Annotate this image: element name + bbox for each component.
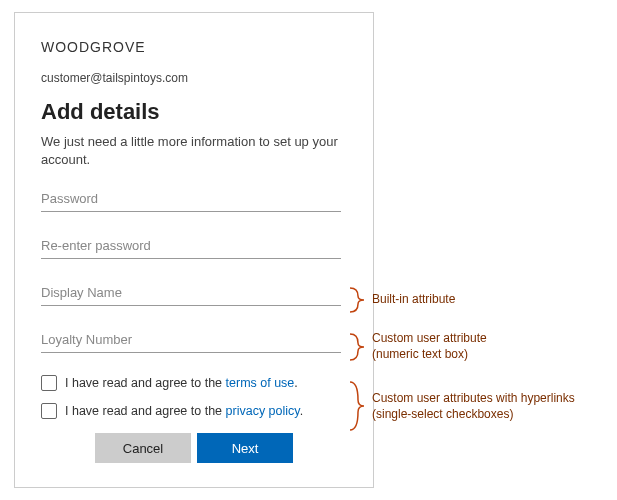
privacy-check-row: I have read and agree to the privacy pol… — [41, 403, 347, 419]
displayname-input[interactable] — [41, 281, 341, 306]
terms-link[interactable]: terms of use — [226, 376, 295, 390]
terms-checkbox[interactable] — [41, 375, 57, 391]
terms-prefix: I have read and agree to the — [65, 376, 226, 390]
cancel-button[interactable]: Cancel — [95, 433, 191, 463]
callout-custom-numeric: Custom user attribute (numeric text box) — [372, 330, 487, 362]
repassword-input[interactable] — [41, 234, 341, 259]
page-title: Add details — [41, 99, 347, 125]
callout-builtin: Built-in attribute — [372, 291, 455, 307]
button-row: Cancel Next — [41, 433, 347, 463]
loyalty-input[interactable] — [41, 328, 341, 353]
callout-custom-numeric-line1: Custom user attribute — [372, 331, 487, 345]
page-subtitle: We just need a little more information t… — [41, 133, 347, 169]
terms-check-row: I have read and agree to the terms of us… — [41, 375, 347, 391]
password-field-wrap — [41, 187, 341, 212]
displayname-field-wrap — [41, 281, 341, 306]
privacy-dot: . — [300, 404, 303, 418]
privacy-checkbox[interactable] — [41, 403, 57, 419]
user-email: customer@tailspintoys.com — [41, 71, 347, 85]
checkbox-group: I have read and agree to the terms of us… — [41, 375, 347, 419]
terms-label: I have read and agree to the terms of us… — [65, 376, 298, 390]
callout-custom-checks-line2: (single-select checkboxes) — [372, 407, 513, 421]
callout-custom-checks: Custom user attributes with hyperlinks (… — [372, 390, 575, 422]
brace-custom-numeric-icon — [348, 332, 366, 362]
repassword-field-wrap — [41, 234, 341, 259]
callout-custom-checks-line1: Custom user attributes with hyperlinks — [372, 391, 575, 405]
callout-custom-numeric-line2: (numeric text box) — [372, 347, 468, 361]
privacy-prefix: I have read and agree to the — [65, 404, 226, 418]
brace-builtin-icon — [348, 286, 366, 314]
brace-custom-checks-icon — [348, 380, 366, 432]
signup-panel: WOODGROVE customer@tailspintoys.com Add … — [14, 12, 374, 488]
privacy-label: I have read and agree to the privacy pol… — [65, 404, 303, 418]
terms-dot: . — [294, 376, 297, 390]
password-input[interactable] — [41, 187, 341, 212]
brand-name: WOODGROVE — [41, 39, 347, 55]
next-button[interactable]: Next — [197, 433, 293, 463]
loyalty-field-wrap — [41, 328, 341, 353]
privacy-link[interactable]: privacy policy — [226, 404, 300, 418]
